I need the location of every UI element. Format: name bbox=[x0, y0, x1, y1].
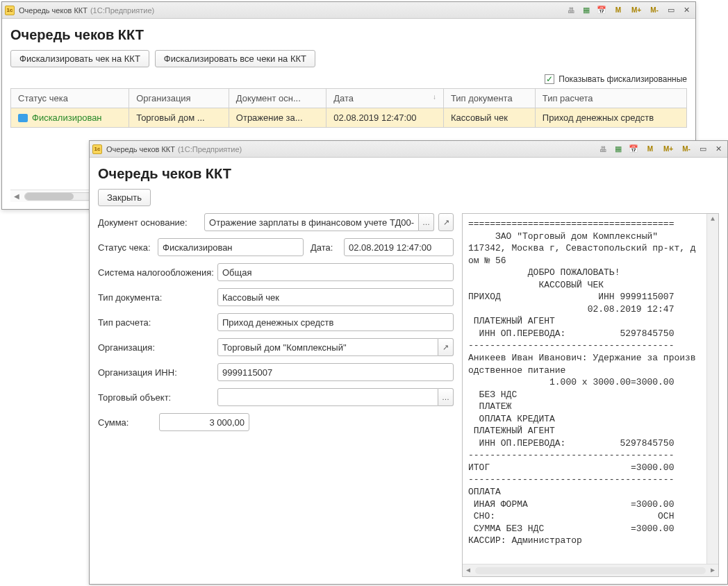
table-icon[interactable]: ▦ bbox=[580, 5, 593, 16]
field-sum[interactable]: 3 000,00 bbox=[159, 413, 249, 431]
label-tax: Система налогообложения: bbox=[98, 267, 217, 278]
window-subtitle: (1С:Предприятие) bbox=[90, 6, 154, 15]
label-doc-base: Документ основание: bbox=[98, 217, 204, 228]
table-icon[interactable]: ▦ bbox=[612, 144, 624, 155]
receipt-text: ====================================== З… bbox=[463, 214, 718, 576]
open-icon[interactable]: ↗ bbox=[438, 338, 454, 356]
close-icon[interactable]: ✕ bbox=[712, 144, 725, 155]
minimize-icon[interactable]: ▭ bbox=[665, 5, 677, 16]
window-title: Очередь чеков ККТ bbox=[106, 145, 175, 153]
col-org[interactable]: Организация bbox=[129, 89, 229, 108]
print-icon[interactable]: 🖶 bbox=[597, 144, 609, 155]
field-date[interactable]: 02.08.2019 12:47:00 bbox=[344, 238, 454, 256]
detail-form: Документ основание: Отражение зарплаты в… bbox=[98, 213, 454, 577]
page-title: Очередь чеков ККТ bbox=[98, 166, 719, 182]
app-icon: 1c bbox=[5, 6, 15, 15]
scroll-left-icon[interactable]: ◀ bbox=[12, 192, 22, 200]
cell-calctype: Приход денежных средств bbox=[535, 108, 686, 128]
label-sum: Сумма: bbox=[98, 417, 159, 428]
scroll-left-icon[interactable]: ◀ bbox=[463, 566, 474, 576]
sort-asc-icon: ↓ bbox=[433, 93, 436, 101]
col-date[interactable]: Дата↓ bbox=[326, 89, 444, 108]
label-doctype: Тип документа: bbox=[98, 292, 217, 303]
calendar-icon[interactable]: 📅 bbox=[627, 144, 640, 155]
cell-doctype: Кассовый чек bbox=[443, 108, 535, 128]
titlebar[interactable]: 1c Очередь чеков ККТ (1С:Предприятие) 🖶 … bbox=[2, 2, 695, 19]
label-org: Организация: bbox=[98, 342, 217, 353]
col-status[interactable]: Статус чека bbox=[11, 89, 129, 108]
checkmark-icon: ✓ bbox=[545, 74, 554, 84]
col-doctype[interactable]: Тип документа bbox=[443, 89, 535, 108]
cell-doc: Отражение за... bbox=[229, 108, 326, 128]
queue-table[interactable]: Статус чека Организация Документ осн... … bbox=[10, 88, 687, 128]
table-row[interactable]: Фискализирован Торговый дом ... Отражени… bbox=[11, 108, 687, 128]
field-tax[interactable]: Общая bbox=[217, 263, 454, 281]
memory-m-button[interactable]: M bbox=[611, 5, 626, 16]
label-org-inn: Организация ИНН: bbox=[98, 367, 217, 378]
close-icon[interactable]: ✕ bbox=[680, 5, 693, 16]
table-header-row: Статус чека Организация Документ осн... … bbox=[11, 89, 687, 108]
close-button[interactable]: Закрыть bbox=[98, 189, 151, 206]
label-status: Статус чека: bbox=[98, 242, 158, 253]
detail-form-area: Документ основание: Отражение зарплаты в… bbox=[98, 213, 719, 577]
label-calctype: Тип расчета: bbox=[98, 317, 217, 328]
toolbar: Фискализировать чек на ККТ Фискализирова… bbox=[10, 50, 687, 67]
scroll-up-icon[interactable]: ▲ bbox=[707, 214, 718, 225]
open-icon[interactable]: ↗ bbox=[438, 213, 454, 231]
ellipsis-icon[interactable]: … bbox=[438, 388, 454, 406]
titlebar[interactable]: 1c Очередь чеков ККТ (1С:Предприятие) 🖶 … bbox=[90, 141, 727, 158]
memory-mminus-button[interactable]: M- bbox=[647, 5, 662, 16]
window-title: Очередь чеков ККТ bbox=[19, 6, 88, 15]
minimize-icon[interactable]: ▭ bbox=[697, 144, 709, 155]
label-date: Дата: bbox=[311, 242, 344, 253]
app-icon: 1c bbox=[92, 144, 102, 154]
field-doctype[interactable]: Кассовый чек bbox=[217, 288, 454, 306]
status-icon bbox=[18, 114, 28, 122]
field-trade-obj[interactable] bbox=[217, 388, 438, 406]
ellipsis-icon[interactable]: … bbox=[419, 213, 434, 231]
show-fiscalized-checkbox[interactable]: ✓ Показывать фискализированные bbox=[10, 74, 687, 84]
memory-mplus-button[interactable]: M+ bbox=[661, 144, 676, 155]
toolbar: Закрыть bbox=[98, 189, 719, 206]
field-org-inn[interactable]: 9999115007 bbox=[217, 363, 454, 381]
vertical-scrollbar[interactable]: ▲ bbox=[706, 214, 718, 564]
memory-mminus-button[interactable]: M- bbox=[679, 144, 694, 155]
field-status[interactable]: Фискализирован bbox=[158, 238, 304, 256]
window-subtitle: (1С:Предприятие) bbox=[178, 145, 242, 153]
cell-status: Фискализирован bbox=[11, 108, 129, 128]
receipt-preview[interactable]: ====================================== З… bbox=[462, 213, 719, 577]
field-calctype[interactable]: Приход денежных средств bbox=[217, 313, 454, 331]
show-fiscalized-label: Показывать фискализированные bbox=[559, 74, 687, 84]
col-doc[interactable]: Документ осн... bbox=[229, 89, 326, 108]
print-icon[interactable]: 🖶 bbox=[565, 5, 577, 16]
calendar-icon[interactable]: 📅 bbox=[595, 5, 608, 16]
scroll-right-icon[interactable]: ▶ bbox=[707, 566, 718, 576]
field-org[interactable]: Торговый дом "Комплексный" bbox=[217, 338, 438, 356]
cell-date: 02.08.2019 12:47:00 bbox=[326, 108, 444, 128]
fiscalize-one-button[interactable]: Фискализировать чек на ККТ bbox=[10, 50, 149, 67]
memory-m-button[interactable]: M bbox=[643, 144, 658, 155]
label-trade-obj: Торговый объект: bbox=[98, 392, 217, 403]
page-title: Очередь чеков ККТ bbox=[10, 27, 687, 43]
window-detail: 1c Очередь чеков ККТ (1С:Предприятие) 🖶 … bbox=[89, 140, 728, 585]
memory-mplus-button[interactable]: M+ bbox=[629, 5, 644, 16]
window-body: Очередь чеков ККТ Закрыть Документ основ… bbox=[90, 158, 727, 584]
fiscalize-all-button[interactable]: Фискализировать все чеки на ККТ bbox=[155, 50, 315, 67]
field-doc-base[interactable]: Отражение зарплаты в финансовом учете ТД… bbox=[204, 213, 419, 231]
cell-org: Торговый дом ... bbox=[129, 108, 229, 128]
horizontal-scrollbar[interactable]: ◀ ▶ bbox=[463, 564, 718, 576]
col-calctype[interactable]: Тип расчета bbox=[535, 89, 686, 108]
